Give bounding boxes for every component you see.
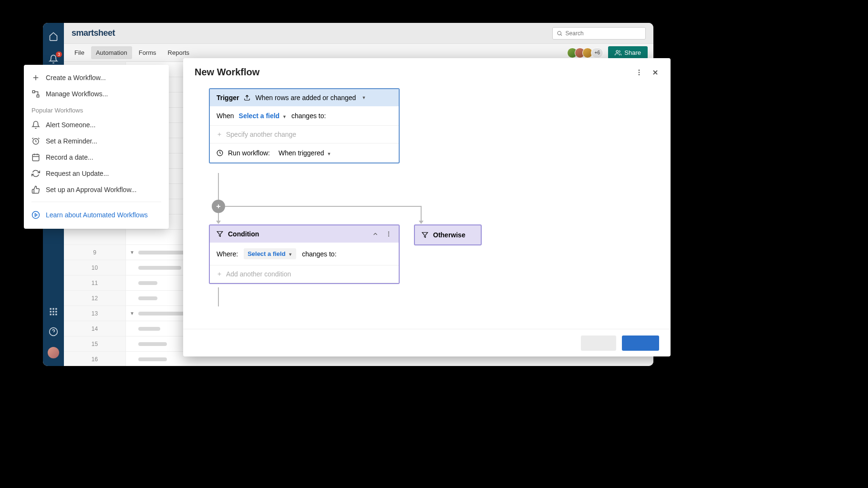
add-change-row[interactable]: Specify another change [210, 126, 399, 143]
workflow-panel: New Workflow Trigger When rows are added… [183, 58, 671, 356]
row-number: 15 [64, 336, 126, 351]
manage-workflows-item[interactable]: Manage Workflows... [24, 86, 169, 102]
workflow-header: New Workflow [183, 58, 671, 81]
svg-rect-3 [50, 311, 52, 312]
svg-rect-1 [52, 308, 54, 310]
menu-item-forms[interactable]: Forms [134, 46, 161, 59]
svg-rect-4 [52, 311, 54, 312]
svg-point-17 [639, 71, 640, 73]
plus-icon [215, 203, 222, 210]
row-content-placeholder [138, 266, 181, 270]
calendar-icon [31, 153, 40, 162]
alert-someone-item[interactable]: Alert Someone... [24, 117, 169, 133]
chevron-down-icon[interactable]: ▼ [362, 95, 366, 100]
record-date-item[interactable]: Record a date... [24, 149, 169, 165]
row-number: 11 [64, 275, 126, 290]
workflow-title: New Workflow [195, 67, 259, 78]
condition-header[interactable]: Condition [210, 225, 399, 243]
more-icon[interactable] [385, 231, 392, 237]
row-content-placeholder [138, 296, 157, 300]
link-label: Learn about Automated Workflows [46, 211, 148, 219]
select-field-dropdown[interactable]: Select a field ▼ [244, 248, 296, 259]
refresh-icon [31, 169, 40, 178]
add-node-button[interactable] [212, 200, 225, 213]
svg-rect-6 [50, 314, 52, 315]
row-number: 14 [64, 321, 126, 336]
trigger-event: When rows are added or changed [255, 94, 356, 102]
row-content-placeholder [138, 327, 160, 331]
save-button[interactable] [622, 336, 659, 351]
menu-label: Record a date... [46, 153, 93, 161]
connector [218, 173, 219, 200]
avatar-stack[interactable]: +6 [567, 48, 603, 58]
run-value-dropdown[interactable]: When triggered ▼ [279, 149, 331, 157]
menu-label: Manage Workflows... [46, 90, 108, 98]
help-icon[interactable] [49, 327, 58, 338]
cancel-button[interactable] [581, 336, 616, 351]
workflow-icon [31, 90, 40, 98]
filter-icon [217, 231, 223, 237]
menu-item-reports[interactable]: Reports [163, 46, 195, 59]
row-number: 10 [64, 260, 126, 275]
user-avatar[interactable] [48, 347, 59, 358]
changes-to-label: changes to: [302, 250, 336, 258]
plus-icon [217, 132, 222, 137]
approval-workflow-item[interactable]: Set up an Approval Workflow... [24, 182, 169, 198]
row-number [64, 230, 126, 244]
trigger-header[interactable]: Trigger When rows are added or changed ▼ [210, 89, 399, 106]
play-circle-icon [31, 211, 40, 219]
menu-item-file[interactable]: File [70, 46, 89, 59]
trigger-when-row: When Select a field ▼ changes to: [210, 106, 399, 126]
search-input[interactable] [566, 30, 641, 37]
close-icon[interactable] [651, 69, 659, 76]
run-workflow-row: Run workflow: When triggered ▼ [210, 143, 399, 163]
workflow-footer [183, 329, 671, 356]
popular-workflows-heading: Popular Workflows [24, 102, 169, 117]
menu-label: Request an Update... [46, 170, 109, 177]
clock-icon [217, 150, 223, 156]
arrow-icon [216, 221, 221, 224]
row-number: 12 [64, 291, 126, 305]
row-expand-icon[interactable]: ▼ [126, 250, 138, 255]
select-field-dropdown[interactable]: Select a field ▼ [239, 112, 287, 120]
more-icon[interactable] [635, 69, 643, 76]
plus-icon [31, 73, 40, 82]
thumbs-up-icon [31, 185, 40, 194]
condition-block[interactable]: Condition Where: Select a field ▼ change… [209, 224, 400, 284]
search-box[interactable] [552, 27, 646, 40]
condition-label: Condition [228, 230, 259, 238]
trigger-block[interactable]: Trigger When rows are added or changed ▼… [209, 88, 400, 163]
learn-workflows-link[interactable]: Learn about Automated Workflows [24, 206, 169, 224]
svg-point-20 [388, 232, 389, 233]
row-content-placeholder [138, 342, 167, 346]
apps-icon[interactable] [49, 307, 58, 318]
add-condition-row[interactable]: Add another condition [210, 265, 399, 283]
svg-point-10 [558, 31, 561, 34]
set-reminder-item[interactable]: Set a Reminder... [24, 133, 169, 149]
svg-rect-12 [37, 95, 39, 97]
create-workflow-item[interactable]: Create a Workflow... [24, 70, 169, 86]
notifications-icon[interactable]: 3 [49, 54, 58, 66]
connector [225, 206, 422, 207]
run-label: Run workflow: [228, 149, 270, 157]
people-icon [615, 50, 621, 56]
svg-rect-14 [32, 154, 39, 161]
changes-to-label: changes to: [291, 112, 326, 120]
svg-rect-0 [50, 308, 52, 310]
share-button[interactable]: Share [608, 46, 648, 59]
menu-label: Set up an Approval Workflow... [46, 186, 136, 193]
connector [421, 206, 422, 222]
condition-where-row: Where: Select a field ▼ changes to: [210, 243, 399, 265]
home-icon[interactable] [49, 31, 58, 43]
avatar-more-count[interactable]: +6 [591, 48, 603, 58]
chevron-up-icon[interactable] [372, 231, 379, 237]
svg-rect-7 [52, 314, 54, 315]
row-expand-icon[interactable]: ▼ [126, 311, 138, 316]
otherwise-block[interactable]: Otherwise [414, 224, 482, 245]
menu-label: Create a Workflow... [46, 74, 106, 81]
add-condition-label: Add another condition [226, 270, 291, 278]
svg-point-15 [32, 212, 40, 219]
menu-item-automation[interactable]: Automation [91, 46, 132, 59]
svg-rect-11 [32, 91, 35, 93]
request-update-item[interactable]: Request an Update... [24, 165, 169, 182]
